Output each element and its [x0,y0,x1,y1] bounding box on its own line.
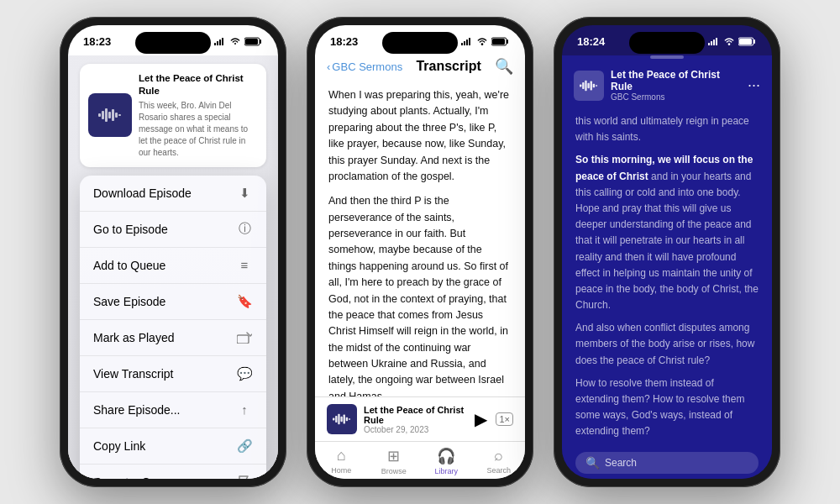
tab-home[interactable]: ⌂ Home [315,447,368,475]
list-icon: ≡ [236,257,253,274]
home-tab-icon: ⌂ [337,447,346,465]
episode-description: This week, Bro. Alvin Del Rosario shares… [139,100,258,159]
info-icon: ⓘ [236,221,253,238]
svg-rect-29 [711,41,712,45]
svg-rect-15 [464,41,465,45]
episode-info: Let the Peace of Christ Rule This week, … [139,72,258,159]
svg-rect-26 [346,417,348,422]
dynamic-island-3 [629,32,705,54]
np-info: Let the Peace of Christ Rule October 29,… [364,405,468,434]
svg-rect-2 [219,39,221,45]
signal-icon-3 [708,37,720,45]
context-menu: Download Episode ⬇ Go to Episode ⓘ Add t… [80,176,266,479]
svg-rect-27 [349,418,350,420]
status-icons-3 [708,37,757,46]
svg-rect-39 [591,81,592,90]
p3-episode-channel: GBC Sermons [611,92,741,102]
svg-rect-9 [108,112,111,118]
wifi-icon-3 [723,37,735,45]
svg-rect-11 [115,113,118,118]
svg-rect-8 [105,108,108,122]
menu-item-report[interactable]: Report a Concern [80,465,266,479]
p3-search-icon: 🔍 [585,456,600,470]
checkmark-icon [236,329,253,346]
p3-episode-title: Let the Peace of Christ Rule [611,69,741,92]
now-playing-bar: Let the Peace of Christ Rule October 29,… [315,396,525,441]
time-3: 18:24 [577,35,605,48]
search-button[interactable]: 🔍 [495,57,513,76]
nav-title: Transcript [407,59,490,74]
menu-item-save[interactable]: Save Episode 🔖 [80,284,266,320]
signal-icon-1 [214,37,226,45]
tab-bar: ⌂ Home ⊞ Browse 🎧 Library ⌕ Search [315,441,525,479]
tab-browse[interactable]: ⊞ Browse [368,447,421,475]
status-icons-1 [214,37,263,46]
p3-p3: And also when conflict disputes among me… [575,320,759,369]
svg-rect-14 [461,43,463,45]
svg-rect-24 [340,417,342,422]
svg-point-32 [728,43,731,45]
p3-p4: How to resolve them instead of extending… [575,375,759,440]
phone-1: 18:23 [60,17,286,487]
svg-rect-30 [713,39,715,45]
svg-rect-28 [708,43,710,45]
share-icon: ↑ [236,402,253,418]
menu-item-queue[interactable]: Add to Queue ≡ [80,248,266,284]
episode-thumbnail [88,93,132,137]
np-date: October 29, 2023 [364,425,468,434]
p3-episode-info: Let the Peace of Christ Rule GBC Sermons [611,69,741,102]
svg-rect-31 [716,38,717,45]
speed-button[interactable]: 1× [496,412,513,426]
phone-3-screen: 18:24 [562,25,772,479]
tab-library[interactable]: 🎧 Library [420,447,473,475]
svg-rect-20 [492,39,505,45]
svg-rect-37 [585,80,586,91]
svg-rect-7 [102,111,104,119]
svg-rect-35 [580,84,581,87]
menu-item-goto[interactable]: Go to Episode ⓘ [80,212,266,248]
dynamic-island-2 [382,32,458,54]
battery-icon-2 [491,37,510,46]
phone3-content: Let the Peace of Christ Rule GBC Sermons… [562,55,772,479]
svg-rect-13 [237,335,249,344]
p3-nav: Let the Peace of Christ Rule GBC Sermons… [562,67,772,107]
phone-3: 18:24 [554,17,780,487]
tab-search[interactable]: ⌕ Search [473,447,526,475]
phone2-content: ‹ GBC Sermons Transcript 🔍 When I was pr… [315,55,525,479]
menu-item-copy[interactable]: Copy Link 🔗 [80,428,266,465]
svg-rect-21 [333,417,334,420]
menu-item-played[interactable]: Mark as Played [80,320,266,356]
back-button[interactable]: ‹ GBC Sermons [327,60,402,73]
browse-tab-icon: ⊞ [387,447,400,465]
np-title: Let the Peace of Christ Rule [364,405,468,425]
svg-rect-25 [344,415,345,424]
time-2: 18:23 [330,35,358,48]
home-indicator-3 [650,55,684,59]
svg-rect-22 [335,416,337,423]
np-waveform-icon [333,412,351,426]
svg-rect-1 [217,41,218,45]
svg-rect-5 [245,39,258,45]
chevron-left-icon: ‹ [327,60,330,73]
svg-rect-0 [214,43,216,45]
phone1-content: Let the Peace of Christ Rule This week, … [68,55,278,479]
menu-item-share[interactable]: Share Episode... ↑ [80,392,266,428]
p3-waveform-icon [580,79,598,92]
svg-rect-6 [98,113,101,117]
more-button[interactable]: ··· [748,76,760,94]
p3-search-text: Search [605,457,637,469]
dynamic-island-1 [135,32,211,54]
wifi-icon-2 [476,37,488,45]
play-button[interactable]: ▶ [475,409,487,429]
library-tab-icon: 🎧 [437,447,455,465]
status-icons-2 [461,37,510,46]
menu-item-transcript[interactable]: View Transcript 💬 [80,356,266,392]
transcript-p2: And then the third P is the perseverance… [328,193,512,396]
svg-rect-12 [118,114,121,116]
svg-rect-17 [469,38,470,45]
menu-item-download[interactable]: Download Episode ⬇ [80,176,266,212]
p3-search-bar[interactable]: 🔍 Search [575,452,759,474]
phone-1-screen: 18:23 [68,25,278,479]
battery-icon-3 [738,37,757,46]
transcript-p1: When I was preparing this, yeah, we're s… [328,87,512,185]
